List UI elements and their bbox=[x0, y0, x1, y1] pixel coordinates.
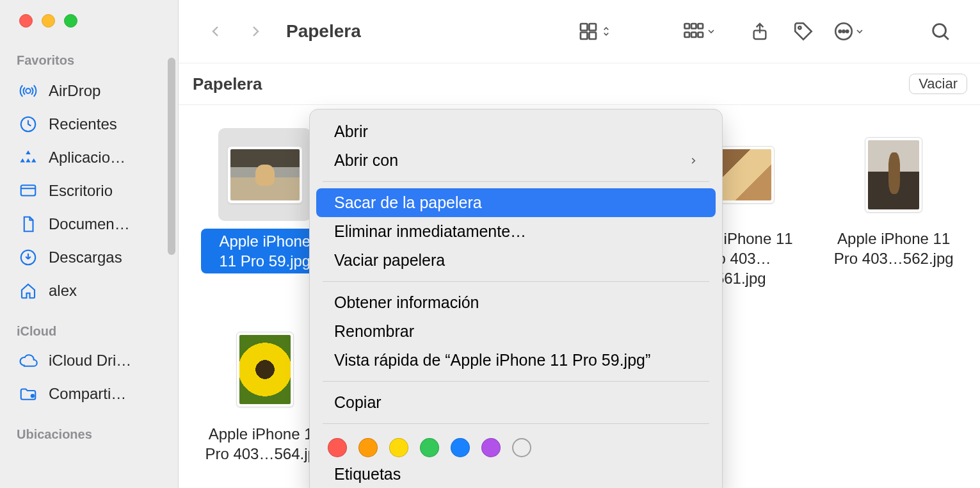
svg-rect-9 bbox=[685, 24, 690, 29]
sidebar-item-recents[interactable]: Recientes bbox=[0, 108, 178, 141]
svg-rect-10 bbox=[691, 24, 696, 29]
tag-button[interactable] bbox=[789, 17, 817, 45]
thumbnail-icon bbox=[865, 137, 922, 213]
window-controls bbox=[0, 14, 178, 28]
menu-separator bbox=[323, 423, 709, 424]
location-title: Papelera bbox=[193, 74, 262, 94]
svg-point-20 bbox=[846, 30, 848, 32]
main-area: Papelera bbox=[179, 0, 980, 488]
sidebar-item-airdrop[interactable]: AirDrop bbox=[0, 74, 178, 108]
tag-green[interactable] bbox=[420, 438, 439, 457]
ctx-rename[interactable]: Renombrar bbox=[316, 317, 716, 346]
minimize-window-button[interactable] bbox=[42, 14, 55, 28]
tag-purple[interactable] bbox=[481, 438, 501, 457]
apps-icon bbox=[18, 147, 38, 168]
svg-rect-7 bbox=[581, 33, 588, 40]
download-icon bbox=[18, 247, 38, 268]
tag-none[interactable] bbox=[512, 438, 531, 457]
svg-point-16 bbox=[798, 26, 801, 29]
sidebar-item-label: AirDrop bbox=[49, 82, 164, 100]
window-title: Papelera bbox=[286, 21, 361, 42]
thumbnail-icon bbox=[227, 146, 303, 204]
sidebar-section-favorites: Favoritos bbox=[0, 53, 178, 74]
maximize-window-button[interactable] bbox=[64, 14, 77, 28]
tag-icon bbox=[792, 20, 814, 42]
ctx-put-back[interactable]: Sacar de la papelera bbox=[316, 188, 716, 217]
sidebar-item-label: Recientes bbox=[49, 115, 164, 133]
svg-rect-14 bbox=[698, 33, 703, 38]
svg-rect-5 bbox=[581, 24, 588, 31]
sidebar-item-downloads[interactable]: Descargas bbox=[0, 241, 178, 274]
sidebar-section-icloud: iCloud bbox=[0, 324, 178, 344]
view-as-button[interactable] bbox=[577, 20, 613, 43]
shared-folder-icon bbox=[18, 384, 38, 404]
forward-button[interactable] bbox=[241, 17, 269, 45]
close-window-button[interactable] bbox=[19, 14, 33, 28]
clock-icon bbox=[18, 114, 38, 134]
svg-point-19 bbox=[842, 30, 844, 32]
sidebar-item-label: alex bbox=[49, 282, 164, 300]
chevron-down-icon bbox=[855, 26, 865, 37]
ctx-tag-colors bbox=[310, 430, 722, 460]
menu-separator bbox=[323, 281, 709, 282]
sidebar-item-applications[interactable]: Aplicacio… bbox=[0, 141, 178, 174]
ellipsis-circle-icon bbox=[833, 20, 855, 42]
ctx-get-info[interactable]: Obtener información bbox=[316, 288, 716, 317]
airdrop-icon bbox=[18, 81, 38, 101]
svg-point-18 bbox=[839, 30, 841, 32]
group-by-button[interactable] bbox=[680, 20, 716, 43]
share-icon bbox=[750, 20, 770, 42]
sidebar-scrollbar[interactable] bbox=[168, 58, 175, 255]
empty-trash-button[interactable]: Vaciar bbox=[909, 74, 967, 94]
tag-orange[interactable] bbox=[358, 438, 378, 457]
sidebar-item-label: iCloud Dri… bbox=[49, 352, 164, 370]
sidebar-item-label: Descargas bbox=[49, 248, 164, 266]
svg-rect-6 bbox=[590, 24, 597, 31]
tag-yellow[interactable] bbox=[389, 438, 408, 457]
location-bar: Papelera Vaciar bbox=[179, 63, 980, 105]
sidebar-item-desktop[interactable]: Escritorio bbox=[0, 174, 178, 207]
share-button[interactable] bbox=[746, 17, 774, 45]
sidebar-item-label: Escritorio bbox=[49, 182, 164, 200]
thumbnail-icon bbox=[236, 332, 294, 407]
toolbar: Papelera bbox=[179, 0, 980, 63]
cloud-icon bbox=[18, 350, 38, 371]
ctx-empty-trash[interactable]: Vaciar papelera bbox=[316, 246, 716, 275]
sidebar-item-label: Documen… bbox=[49, 215, 164, 233]
ctx-open-with[interactable]: Abrir con bbox=[316, 146, 716, 175]
sidebar: Favoritos AirDrop Recientes Aplicacio… E… bbox=[0, 0, 179, 488]
svg-point-0 bbox=[26, 88, 31, 94]
ctx-quicklook[interactable]: Vista rápida de “Apple iPhone 11 Pro 59.… bbox=[316, 346, 716, 375]
back-button[interactable] bbox=[202, 17, 230, 45]
ctx-tags-label[interactable]: Etiquetas bbox=[316, 460, 716, 488]
home-icon bbox=[18, 281, 38, 301]
more-actions-button[interactable] bbox=[833, 20, 865, 42]
chevron-down-icon bbox=[706, 26, 716, 37]
svg-rect-2 bbox=[21, 185, 36, 195]
search-icon bbox=[929, 20, 951, 42]
context-menu: Abrir Abrir con Sacar de la papelera Eli… bbox=[309, 109, 723, 488]
menu-separator bbox=[323, 381, 709, 382]
stepper-icon bbox=[600, 20, 613, 43]
svg-rect-11 bbox=[698, 24, 703, 29]
document-icon bbox=[18, 214, 38, 234]
group-icon bbox=[680, 20, 706, 43]
grid-view-icon bbox=[577, 20, 600, 43]
ctx-copy[interactable]: Copiar bbox=[316, 388, 716, 417]
sidebar-section-locations: Ubicaciones bbox=[0, 427, 178, 447]
sidebar-item-label: Aplicacio… bbox=[49, 149, 164, 167]
search-button[interactable] bbox=[926, 17, 954, 45]
sidebar-item-documents[interactable]: Documen… bbox=[0, 207, 178, 241]
file-item[interactable]: Apple iPhone 11 Pro 403…562.jpg bbox=[828, 128, 960, 289]
sidebar-item-shared[interactable]: Comparti… bbox=[0, 377, 178, 411]
ctx-delete-immediately[interactable]: Eliminar inmediatamente… bbox=[316, 217, 716, 246]
tag-blue[interactable] bbox=[451, 438, 470, 457]
sidebar-item-label: Comparti… bbox=[49, 385, 164, 403]
tag-red[interactable] bbox=[328, 438, 347, 457]
svg-rect-13 bbox=[691, 33, 696, 38]
sidebar-item-icloud-drive[interactable]: iCloud Dri… bbox=[0, 344, 178, 377]
svg-rect-8 bbox=[590, 33, 597, 40]
sidebar-item-home[interactable]: alex bbox=[0, 274, 178, 307]
menu-separator bbox=[323, 181, 709, 182]
ctx-open[interactable]: Abrir bbox=[316, 117, 716, 146]
